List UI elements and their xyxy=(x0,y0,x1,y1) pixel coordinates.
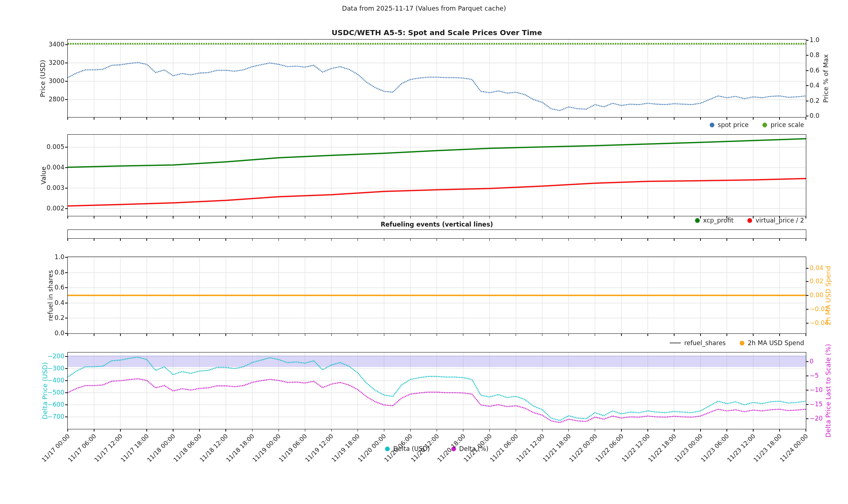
y-tick-label: 0.004 xyxy=(14,164,64,171)
x-tick-mark xyxy=(621,117,622,120)
x-tick-mark xyxy=(542,216,543,219)
x-tick-mark xyxy=(331,333,332,336)
y-tick-label: 0.6 xyxy=(810,67,819,74)
x-tick-mark xyxy=(779,333,780,336)
value-panel-border xyxy=(67,134,806,216)
x-tick-mark xyxy=(94,216,94,219)
x-tick-mark xyxy=(806,333,806,336)
x-tick-mark xyxy=(674,117,675,120)
delta-ylabel-right: Delta Price Last to Scale (%) xyxy=(824,329,832,453)
x-tick-mark xyxy=(252,216,253,219)
x-tick-mark xyxy=(146,238,147,241)
y-tick-label: 3400 xyxy=(14,41,64,48)
x-tick-mark xyxy=(384,429,385,432)
x-tick-mark xyxy=(358,117,358,120)
x-tick-mark xyxy=(489,429,490,432)
y-tick-mark xyxy=(806,70,808,71)
y-tick-label: 0.4 xyxy=(810,82,819,89)
x-tick-mark xyxy=(779,429,780,432)
y-tick-label: 0.0 xyxy=(14,329,64,337)
x-tick-mark xyxy=(516,238,516,241)
x-tick-mark xyxy=(305,429,306,432)
x-tick-mark xyxy=(516,333,516,336)
x-tick-mark xyxy=(674,333,675,336)
x-tick-mark xyxy=(753,216,754,219)
x-tick-mark xyxy=(120,117,121,120)
legend-item-refuel-shares: refuel_shares xyxy=(670,339,726,347)
x-tick-mark xyxy=(726,216,727,219)
x-tick-mark xyxy=(437,117,437,120)
y-tick-mark xyxy=(806,281,808,282)
x-tick-mark xyxy=(806,429,806,432)
x-tick-mark xyxy=(279,238,279,241)
y-tick-mark xyxy=(806,418,808,419)
x-tick-mark xyxy=(568,429,569,432)
y-tick-mark xyxy=(65,287,68,288)
x-tick-mark xyxy=(463,117,464,120)
x-tick-mark xyxy=(700,117,701,120)
x-tick-mark xyxy=(753,429,754,432)
x-tick-mark xyxy=(331,117,332,120)
x-tick-mark xyxy=(410,238,411,241)
y-tick-mark xyxy=(806,40,808,41)
y-tick-mark xyxy=(806,116,808,116)
x-tick-mark xyxy=(358,238,358,241)
x-tick-mark xyxy=(753,333,754,336)
x-tick-mark xyxy=(410,216,411,219)
x-tick-mark xyxy=(331,238,332,241)
y-tick-mark xyxy=(806,361,808,362)
y-tick-label: 1.0 xyxy=(14,253,64,261)
y-tick-label: 0.002 xyxy=(14,205,64,212)
x-tick-mark xyxy=(67,238,68,241)
x-tick-mark xyxy=(753,117,754,120)
y-tick-mark xyxy=(65,99,68,100)
x-tick-mark xyxy=(410,429,411,432)
x-tick-mark xyxy=(146,216,147,219)
value-ylabel: Value xyxy=(40,113,47,238)
y-tick-mark xyxy=(65,318,68,318)
x-tick-mark xyxy=(437,333,437,336)
y-tick-label: −20 xyxy=(810,415,823,422)
y-tick-label: 3200 xyxy=(14,59,64,66)
figure-suptitle: Data from 2025-11-17 (Values from Parque… xyxy=(0,5,848,12)
price-ylabel-right: Price % of Max xyxy=(822,16,830,141)
x-tick-mark xyxy=(542,117,543,120)
y-tick-label: 0.2 xyxy=(14,314,64,321)
x-tick-mark xyxy=(331,216,332,219)
x-tick-mark xyxy=(279,333,279,336)
x-tick-mark xyxy=(173,117,173,120)
delta-panel-border xyxy=(67,352,806,429)
x-tick-mark xyxy=(700,216,701,219)
y-tick-label: 0.003 xyxy=(14,184,64,191)
x-tick-mark xyxy=(146,429,147,432)
x-tick-mark xyxy=(358,333,358,336)
x-tick-mark xyxy=(173,429,173,432)
x-tick-mark xyxy=(199,238,200,241)
y-tick-label: 0.8 xyxy=(810,51,819,59)
y-tick-mark xyxy=(65,303,68,303)
y-tick-mark xyxy=(806,295,808,296)
x-tick-mark xyxy=(279,216,279,219)
x-tick-mark xyxy=(305,238,306,241)
y-tick-mark xyxy=(806,390,808,391)
refuel-legend: refuel_shares 2h MA USD Spend xyxy=(670,339,804,347)
x-tick-mark xyxy=(384,216,385,219)
x-tick-mark xyxy=(489,216,490,219)
x-tick-mark xyxy=(542,238,543,241)
x-tick-mark xyxy=(173,238,173,241)
x-tick-mark xyxy=(305,117,306,120)
x-tick-mark xyxy=(568,216,569,219)
y-tick-mark xyxy=(806,101,808,101)
x-tick-mark xyxy=(410,117,411,120)
y-tick-label: −0.02 xyxy=(810,305,829,313)
x-tick-mark xyxy=(305,333,306,336)
legend-label: refuel_shares xyxy=(684,339,726,347)
usd-spend-dot-icon xyxy=(740,341,744,346)
x-tick-mark xyxy=(463,238,464,241)
y-tick-mark xyxy=(65,392,68,393)
x-tick-mark xyxy=(700,238,701,241)
y-tick-mark xyxy=(65,167,68,168)
x-tick-mark xyxy=(595,429,595,432)
y-tick-label: 0.6 xyxy=(14,284,64,291)
x-tick-mark xyxy=(437,216,437,219)
